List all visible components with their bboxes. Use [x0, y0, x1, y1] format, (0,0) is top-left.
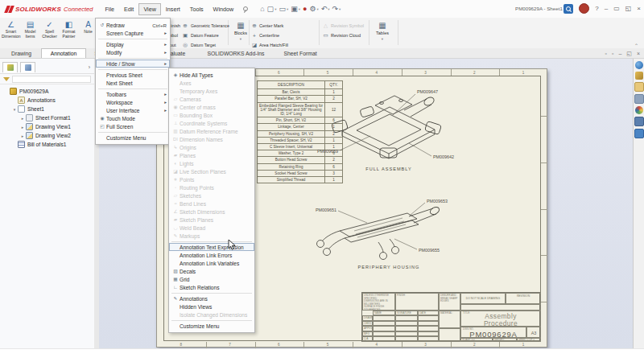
quick-access-settings-icon[interactable]: ⚙▾ [309, 5, 318, 13]
ribbon-button-revision-cloud[interactable]: ▭Revision Cloud [322, 31, 361, 40]
tab-solidworks-add-ins[interactable]: SOLIDWORKS Add-Ins [196, 48, 276, 58]
ribbon-button-geometric-tolerance[interactable]: ⊕Geometric Tolerance [181, 21, 229, 31]
menu-edit[interactable]: Edit [119, 3, 138, 15]
tab-sheet-format[interactable]: Sheet Format [278, 48, 323, 58]
menu-item-next-sheet[interactable]: Next Sheet [96, 79, 170, 87]
doc-layout-icon[interactable]: ▫ [612, 50, 613, 57]
menu-insert[interactable]: Insert [161, 3, 185, 15]
new-document-icon: ▢ [267, 5, 275, 13]
quick-access-home-icon[interactable]: ⌂ [260, 5, 264, 13]
ribbon-button-center-mark[interactable]: ⊕Center Mark [251, 21, 283, 31]
menu-item-user-interface[interactable]: User Interface▸ [96, 106, 170, 114]
menu-view[interactable]: View [138, 3, 160, 15]
menu-item-previous-sheet[interactable]: Previous Sheet [96, 71, 170, 79]
tree-expand-icon[interactable]: ▸ [19, 125, 26, 130]
menu-item-annotation-link-variables[interactable]: Annotation Link Variables [169, 259, 254, 267]
filter-input[interactable] [12, 76, 91, 83]
zone-number-top: 5 [327, 71, 329, 75]
submenu-arrow-icon: ▸ [164, 108, 167, 113]
appearances-icon[interactable] [635, 106, 643, 114]
view-menu: ↺RedrawCtrl+RScreen Capture▸Display▸Modi… [95, 18, 171, 145]
menu-item-hide-all-types[interactable]: ◈Hide All Types [169, 71, 254, 79]
tree-item-bill-of-materials1[interactable]: Bill of Materials1 [0, 140, 94, 149]
search-icon[interactable] [564, 4, 573, 14]
menu-item-hide-show[interactable]: Hide / Show▸ [96, 60, 170, 68]
quick-access-undo-icon[interactable]: ↶▾ [321, 5, 330, 13]
drawing-view-full-assembly[interactable]: PM009647 PM009659 PM009642 FULL ASSEMBLY [298, 80, 483, 176]
tree-item-drawing-view2[interactable]: ▸Drawing View2 [0, 131, 94, 140]
ribbon-button-centerline[interactable]: +Centerline [251, 31, 279, 40]
file-explorer-icon[interactable] [634, 82, 644, 92]
ribbon-button-model-items[interactable]: ▤ModelItems [21, 19, 39, 47]
propertymanager-tab[interactable] [20, 62, 35, 72]
doc-minimize-icon[interactable]: – [618, 50, 621, 57]
menu-item-annotations[interactable]: ✎Annotations [169, 294, 254, 302]
3dexperience-icon[interactable] [635, 61, 643, 69]
featuremanager-tab[interactable] [2, 62, 18, 72]
maximize-icon[interactable]: ▭ [613, 5, 620, 13]
zone-number-bottom: 5 [327, 343, 329, 347]
menu-item-decals[interactable]: ▨Decals [169, 267, 254, 275]
quick-access-redo-icon[interactable]: ↷▾ [332, 5, 341, 13]
minimize-icon[interactable]: – [605, 5, 608, 13]
menu-item-customize-menu[interactable]: Customize Menu [169, 322, 254, 330]
design-library-icon[interactable] [635, 72, 643, 80]
quick-access-save-icon[interactable]: ▣▾ [291, 5, 300, 13]
help-icon[interactable]: ? [595, 5, 598, 13]
menu-item-grid[interactable]: ▦Grid [169, 275, 254, 283]
menu-item-sketch-relations[interactable]: ∟Sketch Relations [169, 283, 254, 291]
menu-item-screen-capture[interactable]: Screen Capture▸ [96, 29, 170, 37]
restore-icon[interactable]: ◱ [625, 5, 632, 13]
tab-annotation[interactable]: Annotation [41, 48, 86, 58]
menu-window[interactable]: Window [208, 3, 239, 15]
menu-item-full-screen[interactable]: ◰Full Screen [96, 122, 170, 130]
tables-button[interactable]: ▦ Tables ▾ [372, 20, 393, 41]
ribbon-button-smart-dimension[interactable]: ∠SmartDimension [2, 19, 20, 47]
quick-access-print-icon[interactable]: ● [303, 5, 307, 13]
tree-item-sheet-format1[interactable]: ▸Sheet Format1 [0, 113, 94, 122]
menu-item-touch-mode[interactable]: ◉Touch Mode [96, 114, 170, 122]
panel-expand-icon[interactable]: › [89, 64, 92, 70]
tree-item-annotations[interactable]: AAnnotations [0, 96, 94, 105]
tree-item-drawing-view1[interactable]: ▸Drawing View1 [0, 122, 94, 131]
ribbon-button-spell-checker[interactable]: ✓SpellChecker [40, 19, 59, 47]
menu-item-modify[interactable]: Modify▸ [96, 48, 170, 56]
quick-access-new-document-icon[interactable]: ▢▾ [267, 5, 277, 13]
doc-restore-icon[interactable]: ◱ [626, 50, 632, 57]
close-icon[interactable]: × [637, 5, 641, 13]
menu-tools[interactable]: Tools [185, 3, 208, 15]
doc-close-icon[interactable]: × [637, 50, 640, 57]
filter-icon[interactable] [3, 77, 10, 81]
zone-divider [353, 69, 353, 76]
tab-drawing[interactable]: Drawing [3, 48, 39, 58]
menu-file[interactable]: File [100, 3, 119, 15]
custom-properties-icon[interactable] [634, 117, 644, 126]
menu-item-toolbars[interactable]: Toolbars▸ [96, 90, 170, 98]
collapse-ribbon-icon[interactable]: ⌃ [634, 43, 638, 48]
tree-expand-icon[interactable]: ▸ [19, 116, 26, 121]
ribbon-button-format-painter[interactable]: ◧FormatPainter [60, 19, 78, 47]
menu-item-redraw[interactable]: ↺RedrawCtrl+R [96, 21, 170, 29]
drawing-view-periphery-housing[interactable]: PM009651 PM009653 PM009655 PERIPHERY HOU… [298, 192, 483, 273]
menu-item-hidden-views[interactable]: Hidden Views [169, 302, 254, 311]
menu-item-annotation-text-expression[interactable]: Annotation Text Expression [169, 243, 254, 251]
menu-item-workspace[interactable]: Workspace▸ [96, 98, 170, 106]
doc-tab-icon[interactable]: ▫ [605, 50, 606, 57]
tree-item-label: Sheet Format1 [35, 115, 71, 121]
zone-divider [541, 162, 547, 163]
tree-expand-icon[interactable]: ▸ [19, 134, 26, 138]
solidworks-app: SOLIDWORKS Connected FileEditViewInsertT… [0, 0, 644, 362]
resources-icon[interactable] [634, 129, 644, 138]
user-avatar[interactable] [579, 3, 589, 14]
menu-item-display[interactable]: Display▸ [96, 40, 170, 48]
tree-item-pm009629a[interactable]: PM009629A [0, 87, 94, 96]
tree-item-sheet1[interactable]: ▾Sheet1 [0, 105, 94, 113]
tree-expand-icon[interactable]: ▾ [11, 107, 18, 112]
ribbon-button-datum-feature[interactable]: ▣Datum Feature [181, 31, 219, 40]
menu-item-annotation-link-errors[interactable]: Annotation Link Errors [169, 251, 254, 259]
menu-item-customize-menu[interactable]: Customize Menu [96, 134, 170, 142]
zone-divider [541, 302, 547, 302]
quick-access-open-icon[interactable]: ▭▾ [279, 5, 288, 13]
view-palette-icon[interactable] [634, 94, 644, 104]
menu-pin-icon[interactable] [242, 6, 247, 12]
